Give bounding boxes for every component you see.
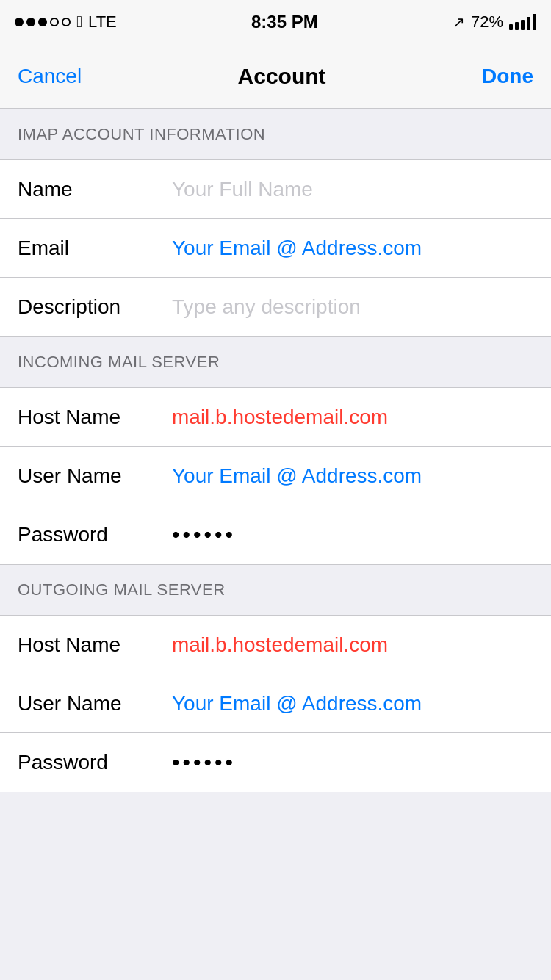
- form-section-imap-account-info: NameYour Full NameEmailYour Email @ Addr…: [0, 160, 551, 336]
- field-label: Host Name: [18, 633, 172, 657]
- status-bar:  LTE 8:35 PM ↗ 72%: [0, 0, 551, 44]
- form-row[interactable]: Password••••••: [0, 505, 551, 564]
- bar-1: [509, 24, 513, 30]
- field-value: ••••••: [172, 750, 533, 775]
- field-label: Description: [18, 295, 172, 319]
- status-left:  LTE: [15, 12, 117, 32]
- field-label: Name: [18, 178, 172, 201]
- field-label: Host Name: [18, 406, 172, 429]
- field-value: Your Email @ Address.com: [172, 464, 533, 488]
- dot-5: [62, 18, 71, 26]
- field-value: mail.b.hostedemail.com: [172, 406, 533, 429]
- section-header-label: INCOMING MAIL SERVER: [18, 353, 220, 372]
- dot-4: [50, 18, 59, 26]
- battery-label: 72%: [471, 12, 503, 32]
- field-value: mail.b.hostedemail.com: [172, 633, 533, 657]
- bar-5: [533, 14, 536, 30]
- form-row[interactable]: Host Namemail.b.hostedemail.com: [0, 616, 551, 674]
- field-value: ••••••: [172, 522, 533, 547]
- dot-3: [38, 18, 47, 26]
- form-row[interactable]: EmailYour Email @ Address.com: [0, 219, 551, 278]
- form-row[interactable]: User NameYour Email @ Address.com: [0, 447, 551, 505]
- status-time: 8:35 PM: [251, 12, 318, 32]
- dot-1: [15, 18, 24, 26]
- field-label: Password: [18, 751, 172, 774]
- carrier-label: LTE: [88, 12, 117, 32]
- field-label: Email: [18, 237, 172, 260]
- section-header-imap-account-info: IMAP ACCOUNT INFORMATION: [0, 109, 551, 160]
- nav-bar: Cancel Account Done: [0, 44, 551, 109]
- form-row[interactable]: Password••••••: [0, 733, 551, 792]
- cancel-button[interactable]: Cancel: [18, 65, 82, 88]
- form-container: IMAP ACCOUNT INFORMATIONNameYour Full Na…: [0, 109, 551, 792]
- form-section-outgoing-mail-server: Host Namemail.b.hostedemail.comUser Name…: [0, 616, 551, 792]
- field-value: Your Email @ Address.com: [172, 692, 533, 716]
- status-right: ↗ 72%: [453, 12, 536, 32]
- form-row[interactable]: User NameYour Email @ Address.com: [0, 674, 551, 733]
- apple-logo-icon: : [76, 14, 82, 30]
- page-title: Account: [238, 64, 326, 89]
- section-header-outgoing-mail-server: OUTGOING MAIL SERVER: [0, 564, 551, 616]
- bar-4: [527, 17, 530, 30]
- form-section-incoming-mail-server: Host Namemail.b.hostedemail.comUser Name…: [0, 388, 551, 564]
- section-header-label: IMAP ACCOUNT INFORMATION: [18, 125, 265, 144]
- field-value: Your Full Name: [172, 178, 533, 201]
- form-row[interactable]: DescriptionType any description: [0, 278, 551, 336]
- form-row[interactable]: NameYour Full Name: [0, 160, 551, 219]
- bar-3: [521, 20, 525, 30]
- signal-bars-icon: [509, 14, 536, 30]
- section-header-incoming-mail-server: INCOMING MAIL SERVER: [0, 336, 551, 388]
- signal-dots: [15, 18, 71, 26]
- location-icon: ↗: [453, 13, 465, 31]
- section-header-label: OUTGOING MAIL SERVER: [18, 580, 226, 599]
- bar-2: [515, 22, 519, 30]
- field-label: User Name: [18, 692, 172, 716]
- dot-2: [26, 18, 35, 26]
- field-value: Your Email @ Address.com: [172, 237, 533, 260]
- field-value: Type any description: [172, 295, 533, 319]
- form-row[interactable]: Host Namemail.b.hostedemail.com: [0, 388, 551, 447]
- field-label: Password: [18, 523, 172, 547]
- field-label: User Name: [18, 464, 172, 488]
- done-button[interactable]: Done: [482, 65, 533, 88]
